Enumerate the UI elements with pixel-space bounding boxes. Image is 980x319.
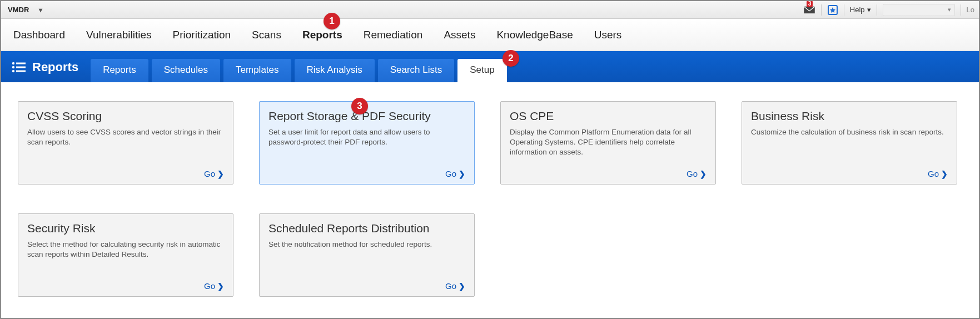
user-menu[interactable]: ▾ <box>883 4 955 16</box>
card-title: OS CPE <box>510 109 707 123</box>
callout-3: 3 <box>351 98 368 114</box>
tab-templates[interactable]: Templates <box>223 59 291 82</box>
tab-setup[interactable]: Setup <box>457 59 506 82</box>
card-os-cpe: OS CPE Display the Common Platform Enume… <box>500 101 716 185</box>
card-title: Scheduled Reports Distribution <box>268 222 465 235</box>
section-label: Reports <box>11 60 87 82</box>
card-business-risk: Business Risk Customize the calculation … <box>742 101 957 185</box>
help-label: Help <box>850 6 865 14</box>
svg-rect-4 <box>16 63 26 64</box>
go-link[interactable]: Go ❯ <box>445 169 465 178</box>
card-security-risk: Security Risk Select the method for calc… <box>18 213 233 297</box>
card-desc: Set the notification method for schedule… <box>268 240 465 277</box>
tab-search-lists[interactable]: Search Lists <box>378 59 455 82</box>
main-nav: Dashboard Vulnerabilities Prioritization… <box>1 19 979 51</box>
chevron-right-icon: ❯ <box>217 282 224 291</box>
cards-grid: CVSS Scoring Allow users to see CVSS sco… <box>1 82 979 316</box>
card-desc: Display the Common Platform Enumeration … <box>510 127 707 165</box>
nav-reports[interactable]: Reports <box>302 29 342 41</box>
mail-icon[interactable]: 3 <box>803 5 815 15</box>
callout-2: 2 <box>503 50 519 67</box>
chevron-right-icon: ❯ <box>941 170 948 178</box>
app-switcher[interactable]: VMDR ▾ <box>6 6 44 14</box>
nav-knowledgebase[interactable]: KnowledgeBase <box>496 29 573 41</box>
chevron-right-icon: ❯ <box>217 170 224 178</box>
chevron-down-icon: ▾ <box>39 6 42 14</box>
card-desc: Allow users to see CVSS scores and vecto… <box>27 127 224 165</box>
nav-prioritization[interactable]: Prioritization <box>173 29 231 41</box>
card-cvss-scoring: CVSS Scoring Allow users to see CVSS sco… <box>18 101 233 185</box>
sub-nav: Reports Reports Schedules Templates Risk… <box>1 51 979 82</box>
logout-link[interactable]: Lo <box>967 6 974 14</box>
card-desc: Customize the calculation of business ri… <box>751 127 948 165</box>
go-link[interactable]: Go ❯ <box>445 281 465 291</box>
go-link[interactable]: Go ❯ <box>204 169 224 178</box>
nav-users[interactable]: Users <box>594 29 622 41</box>
callout-1: 1 <box>324 13 340 29</box>
svg-rect-6 <box>16 67 26 68</box>
nav-assets[interactable]: Assets <box>444 29 475 41</box>
chevron-down-icon: ▾ <box>948 6 951 13</box>
card-title: Report Storage & PDF Security <box>268 109 465 123</box>
section-title: Reports <box>32 60 78 74</box>
tab-reports[interactable]: Reports <box>91 59 148 82</box>
chevron-down-icon: ▾ <box>867 6 871 14</box>
nav-scans[interactable]: Scans <box>252 29 281 41</box>
nav-vulnerabilities[interactable]: Vulnerabilities <box>86 29 152 41</box>
chevron-right-icon: ❯ <box>700 170 707 178</box>
card-desc: Set a user limit for report data and all… <box>268 127 465 165</box>
go-link[interactable]: Go ❯ <box>687 169 707 178</box>
list-icon <box>11 61 27 73</box>
go-link[interactable]: Go ❯ <box>928 169 948 178</box>
nav-dashboard[interactable]: Dashboard <box>13 29 65 41</box>
go-link[interactable]: Go ❯ <box>204 281 224 291</box>
card-title: CVSS Scoring <box>27 109 224 123</box>
svg-rect-8 <box>16 71 26 72</box>
top-bar: VMDR ▾ 3 Help ▾ ▾ Lo <box>1 1 979 19</box>
card-title: Security Risk <box>27 222 224 235</box>
app-name: VMDR <box>8 6 29 14</box>
svg-point-7 <box>12 70 14 72</box>
card-desc: Select the method for calculating securi… <box>27 240 224 277</box>
svg-point-5 <box>12 66 14 68</box>
tab-schedules[interactable]: Schedules <box>152 59 220 82</box>
mail-badge: 3 <box>807 1 813 7</box>
svg-marker-2 <box>830 7 835 13</box>
card-scheduled-reports-distribution: Scheduled Reports Distribution Set the n… <box>259 213 475 297</box>
nav-remediation[interactable]: Remediation <box>364 29 423 41</box>
help-menu[interactable]: Help ▾ <box>850 6 871 14</box>
tab-risk-analysis[interactable]: Risk Analysis <box>295 59 375 82</box>
chevron-right-icon: ❯ <box>459 170 465 178</box>
svg-point-3 <box>12 62 14 64</box>
chevron-right-icon: ❯ <box>459 282 465 291</box>
card-title: Business Risk <box>751 109 948 123</box>
card-report-storage: Report Storage & PDF Security Set a user… <box>259 101 475 185</box>
bookmark-icon[interactable] <box>827 4 838 16</box>
